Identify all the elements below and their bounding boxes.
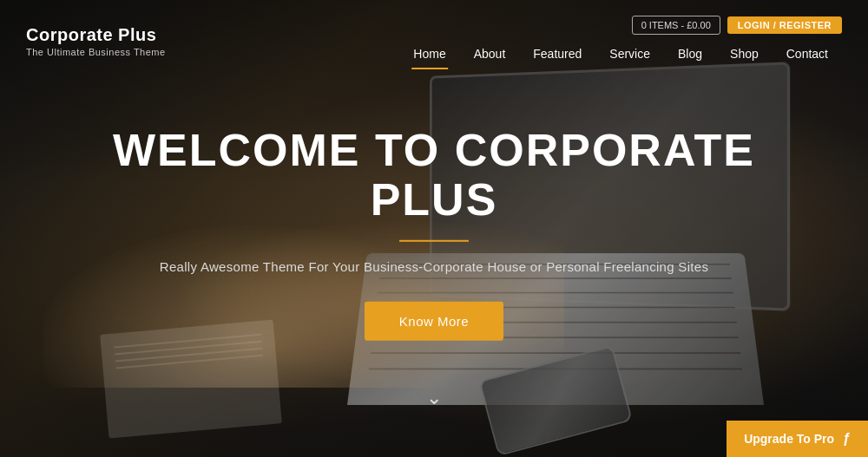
site-subtitle: The Ultimate Business Theme — [26, 47, 166, 57]
main-nav: Home About Featured Service Blog Shop Co… — [399, 42, 842, 66]
header: Corporate Plus The Ultimate Business The… — [0, 0, 868, 82]
cart-button[interactable]: 0 ITEMS - £0.00 — [632, 16, 720, 35]
hero-title: WELCOME TO CORPORATE PLUS — [87, 125, 781, 224]
logo-area: Corporate Plus The Ultimate Business The… — [26, 25, 166, 57]
upgrade-label: Upgrade To Pro — [744, 432, 834, 446]
login-button[interactable]: LOGIN / REGISTER — [727, 16, 842, 34]
hero-section: WELCOME TO CORPORATE PLUS Really Awesome… — [87, 125, 781, 340]
nav-item-service[interactable]: Service — [595, 42, 664, 66]
nav-item-blog[interactable]: Blog — [664, 42, 716, 66]
top-bar: 0 ITEMS - £0.00 LOGIN / REGISTER — [632, 16, 842, 35]
nav-item-shop[interactable]: Shop — [716, 42, 773, 66]
hero-subtitle: Really Awesome Theme For Your Business-C… — [87, 259, 781, 274]
nav-item-contact[interactable]: Contact — [773, 42, 842, 66]
nav-item-featured[interactable]: Featured — [519, 42, 595, 66]
know-more-button[interactable]: Know More — [365, 302, 503, 341]
upgrade-icon: ƒ — [843, 431, 851, 447]
header-right: 0 ITEMS - £0.00 LOGIN / REGISTER Home Ab… — [399, 16, 842, 66]
scroll-down-indicator[interactable]: ⌄ — [426, 387, 442, 409]
upgrade-to-pro-button[interactable]: Upgrade To Pro ƒ — [727, 421, 868, 457]
nav-item-about[interactable]: About — [460, 42, 520, 66]
site-title: Corporate Plus — [26, 25, 166, 45]
hero-divider — [399, 240, 469, 242]
nav-item-home[interactable]: Home — [399, 42, 459, 66]
